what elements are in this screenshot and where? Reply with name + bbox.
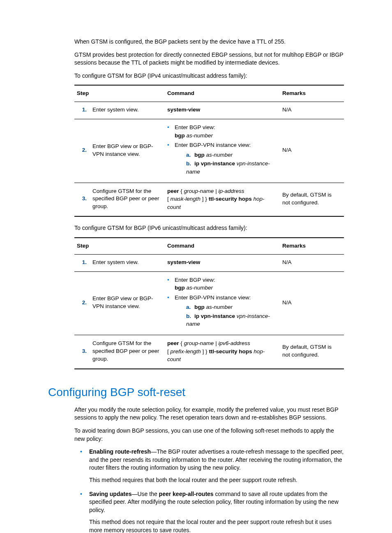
remarks-text: By default, GTSM is not configured.	[280, 183, 344, 216]
config-table-ipv4: Step Command Remarks 1. Enter system vie…	[74, 85, 344, 217]
command-text: system-view	[165, 254, 280, 271]
cmd-arg: as-number	[206, 152, 233, 158]
method-name: Saving updates	[89, 491, 131, 497]
pipe: |	[215, 340, 217, 346]
paragraph: GTSM provides best protection for direct…	[74, 51, 344, 67]
bullet-text: Enter BGP view:	[175, 124, 215, 130]
cmd-keyword: ip vpn-instance	[194, 313, 235, 319]
remarks-text: N/A	[280, 119, 344, 183]
method-note: This method does not require that the lo…	[89, 518, 344, 533]
cmd-arg: as-number	[206, 304, 233, 310]
step-number: 3.	[74, 183, 90, 216]
command-text: peer { group-name | ip-address [ mask-le…	[165, 183, 280, 216]
table-row: 2. Enter BGP view or BGP-VPN instance vi…	[74, 119, 344, 183]
remarks-text: N/A	[280, 254, 344, 271]
step-number: 1.	[74, 254, 90, 271]
cmd-arg: ip-address	[218, 188, 244, 194]
command-text: Enter BGP view: bgp as-number Enter BGP-…	[165, 119, 280, 183]
table-row: 3. Configure GTSM for the specified BGP …	[74, 183, 344, 216]
cmd-keyword: ttl-security hops	[209, 348, 252, 355]
brace: {	[180, 340, 182, 346]
th-step: Step	[74, 85, 165, 102]
bracket: ] }	[203, 348, 208, 355]
sub-number: a.	[186, 151, 194, 159]
cmd-keyword: bgp	[194, 304, 205, 310]
bullet-text: Enter BGP view:	[175, 277, 215, 283]
cmd-keyword: peer keep-all-routes	[159, 491, 214, 497]
cmd-keyword: ip vpn-instance	[194, 160, 235, 167]
remarks-text: N/A	[280, 102, 344, 119]
paragraph: To configure GTSM for BGP (IPv6 unicast/…	[74, 224, 344, 232]
method-name: Enabling route-refresh	[89, 448, 151, 455]
remarks-text: N/A	[280, 271, 344, 335]
method-list: Enabling route-refresh—The BGP router ad…	[74, 448, 344, 533]
command-text: Enter BGP view: bgp as-number Enter BGP-…	[165, 271, 280, 335]
th-command: Command	[165, 238, 280, 254]
step-text: Enter BGP view or BGP-VPN instance view.	[90, 119, 165, 183]
sub-number: b.	[186, 312, 194, 320]
brace: {	[180, 188, 182, 194]
list-item: Enabling route-refresh—The BGP router ad…	[74, 448, 344, 484]
cmd-arg: mask-length	[171, 196, 201, 202]
bullet-text: Enter BGP-VPN instance view:	[175, 294, 251, 301]
sub-number: a.	[186, 303, 194, 311]
step-text: Enter system view.	[90, 254, 165, 271]
paragraph: To avoid tearing down BGP sessions, you …	[74, 427, 344, 443]
step-number: 2.	[74, 119, 90, 183]
cmd-arg: ipv6-address	[218, 340, 250, 346]
paragraph: To configure GTSM for BGP (IPv4 unicast/…	[74, 72, 344, 80]
th-command: Command	[165, 85, 280, 102]
th-remarks: Remarks	[280, 85, 344, 102]
th-step: Step	[74, 238, 165, 254]
step-text: Enter system view.	[90, 102, 165, 119]
section-heading: Configuring BGP soft-reset	[48, 384, 344, 400]
cmd-keyword: bgp	[194, 152, 205, 158]
cmd-arg: as-number	[187, 132, 213, 139]
step-number: 2.	[74, 271, 90, 335]
pipe: |	[215, 188, 217, 194]
step-number: 3.	[74, 335, 90, 368]
cmd-keyword: bgp	[175, 132, 185, 139]
bracket: ] }	[202, 196, 207, 202]
cmd-arg: as-number	[187, 285, 213, 291]
cmd-keyword: bgp	[175, 285, 185, 291]
table-row: 1. Enter system view. system-view N/A	[74, 102, 344, 119]
cmd-keyword: peer	[167, 340, 179, 346]
table-row: 1. Enter system view. system-view N/A	[74, 254, 344, 271]
cmd-arg: prefix-length	[171, 348, 201, 355]
command-text: peer { group-name | ipv6-address [ prefi…	[165, 335, 280, 368]
bracket: [	[167, 196, 169, 202]
bullet-text: Enter BGP-VPN instance view:	[175, 142, 251, 148]
step-text: Configure GTSM for the specified BGP pee…	[90, 183, 165, 216]
list-item: Saving updates—Use the peer keep-all-rou…	[74, 490, 344, 533]
th-remarks: Remarks	[280, 238, 344, 254]
command-text: system-view	[165, 102, 280, 119]
paragraph: After you modify the route selection pol…	[74, 406, 344, 422]
sub-number: b.	[186, 160, 194, 168]
step-text: Configure GTSM for the specified BGP pee…	[90, 335, 165, 368]
step-number: 1.	[74, 102, 90, 119]
cmd-keyword: peer	[167, 188, 179, 194]
step-text: Enter BGP view or BGP-VPN instance view.	[90, 271, 165, 335]
paragraph: When GTSM is configured, the BGP packets…	[74, 38, 344, 46]
cmd-arg: group-name	[184, 188, 214, 194]
config-table-ipv6: Step Command Remarks 1. Enter system vie…	[74, 237, 344, 369]
bracket: [	[167, 348, 169, 355]
table-row: 3. Configure GTSM for the specified BGP …	[74, 335, 344, 368]
remarks-text: By default, GTSM is not configured.	[280, 335, 344, 368]
cmd-keyword: ttl-security hops	[209, 196, 252, 202]
method-desc: —Use the	[131, 491, 159, 497]
cmd-arg: group-name	[184, 340, 214, 346]
method-note: This method requires that both the local…	[89, 476, 344, 484]
table-row: 2. Enter BGP view or BGP-VPN instance vi…	[74, 271, 344, 335]
